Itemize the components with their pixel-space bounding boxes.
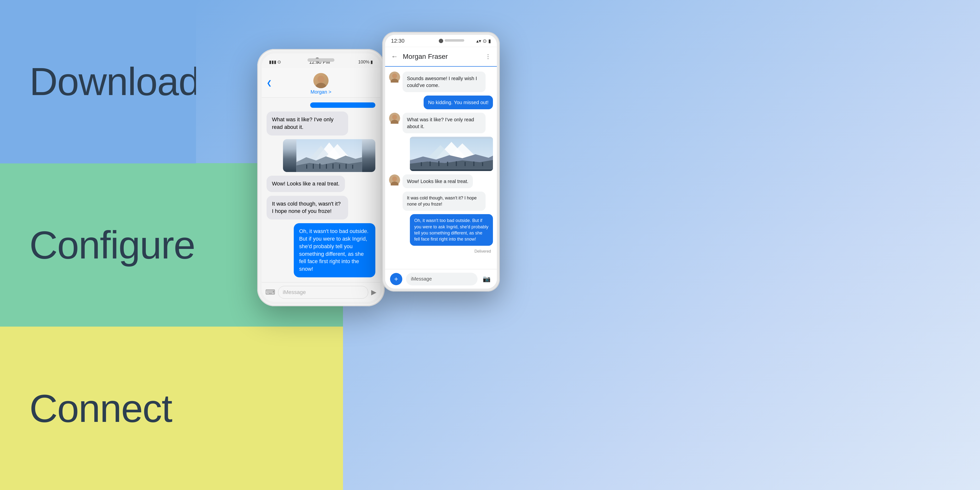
phones-container: ▮▮▮ ⊙ 12:30 PM 100% ▮ [196, 0, 980, 490]
download-label: Download [29, 59, 200, 104]
svg-point-18 [391, 79, 399, 83]
android-msg-row-4: It was cold though, wasn't it? I hope no… [389, 192, 493, 211]
android-avatar-2 [389, 113, 400, 124]
android-menu-icon[interactable]: ⋮ [485, 53, 491, 60]
configure-label: Configure [29, 223, 195, 267]
iphone-messages-area: What was it like? I've only read about i… [262, 97, 380, 282]
android-compose-plus-button[interactable]: + [390, 273, 402, 285]
android-wifi-icon: ⊙ [483, 38, 487, 44]
iphone-screen-container: ▮▮▮ ⊙ 12:30 PM 100% ▮ [262, 53, 380, 302]
android-screen: 12:30 ▴▾ ⊙ ▮ ← Morgan Fraser ⋮ [385, 35, 497, 289]
android-msg-row-3: Wow! Looks like a real treat. [389, 175, 493, 188]
svg-rect-31 [447, 162, 448, 166]
android-time: 12:30 [391, 38, 404, 44]
iphone-status-icons-left: ▮▮▮ ⊙ [269, 59, 281, 65]
page-layout: Download Configure Connect [0, 0, 980, 490]
android-screen-container: 12:30 ▴▾ ⊙ ▮ ← Morgan Fraser ⋮ [385, 35, 497, 289]
battery-icon: ▮ [371, 59, 373, 65]
svg-rect-28 [421, 162, 422, 166]
android-msg-image [410, 137, 493, 171]
iphone-contact-avatar [313, 73, 329, 88]
android-avatar-3 [389, 175, 400, 186]
svg-rect-10 [313, 164, 313, 169]
android-compose-field[interactable]: iMessage [406, 273, 477, 285]
android-messages-area: Sounds awesome! I really wish I could've… [385, 67, 497, 269]
android-msg-outgoing-2: Oh, it wasn't too bad outside. But if yo… [410, 214, 493, 246]
iphone-msg-incoming-3: It was cold though, wasn't it? I hope no… [267, 196, 348, 220]
android-msg-incoming-1: Sounds awesome! I really wish I could've… [402, 72, 485, 92]
svg-point-37 [391, 181, 399, 186]
android-nav-bar: ← Morgan Fraser ⋮ [385, 47, 497, 67]
android-compose-placeholder: iMessage [411, 276, 432, 282]
android-msg-incoming-2: What was it like? I've only read about i… [402, 113, 485, 133]
imessage-bar: ⌨ iMessage ▶ [262, 282, 380, 302]
imessage-placeholder: iMessage [283, 289, 306, 296]
iphone-msg-outgoing-bar [310, 102, 375, 108]
iphone-mockup: ▮▮▮ ⊙ 12:30 PM 100% ▮ [257, 49, 385, 306]
android-battery-icon: ▮ [488, 38, 491, 44]
svg-rect-11 [319, 164, 320, 169]
iphone-status-icons-right: 100% ▮ [358, 59, 373, 65]
android-signal-icon: ▴▾ [476, 38, 481, 44]
plus-icon: + [394, 275, 398, 283]
battery-label: 100% [358, 59, 369, 65]
android-camera-dot [439, 39, 443, 43]
iphone-msg-outgoing-1: Oh, it wasn't too bad outside. But if yo… [294, 223, 375, 277]
android-msg-row-1: Sounds awesome! I really wish I could've… [389, 72, 493, 92]
android-msg-outgoing-1: No kidding. You missed out! [423, 95, 493, 109]
iphone-msg-incoming-1: What was it like? I've only read about i… [267, 111, 348, 135]
iphone-screen: ▮▮▮ ⊙ 12:30 PM 100% ▮ [262, 53, 380, 302]
attach-icon: 📷 [483, 275, 490, 283]
svg-rect-14 [339, 164, 340, 169]
android-avatar-1 [389, 72, 400, 83]
svg-point-19 [392, 115, 397, 119]
iphone-nav-area: ❮ Morgan > [262, 68, 380, 97]
svg-rect-16 [352, 165, 353, 169]
android-msg-row-2: What was it like? I've only read about i… [389, 113, 493, 133]
android-msg-incoming-4: It was cold though, wasn't it? I hope no… [402, 192, 485, 211]
android-mockup: 12:30 ▴▾ ⊙ ▮ ← Morgan Fraser ⋮ [382, 32, 500, 291]
android-bottom-bar: + iMessage 📷 [385, 269, 497, 289]
svg-rect-15 [345, 164, 347, 169]
svg-rect-34 [473, 161, 474, 166]
iphone-contact-info: Morgan > [310, 73, 331, 95]
svg-rect-35 [482, 162, 483, 166]
section-configure: Configure [0, 164, 196, 327]
iphone-msg-incoming-2: Wow! Looks like a real treat. [267, 176, 345, 192]
iphone-contact-name[interactable]: Morgan > [310, 89, 331, 95]
svg-point-1 [315, 83, 326, 88]
android-msg-incoming-3: Wow! Looks like a real treat. [402, 175, 473, 188]
iphone-back-button[interactable]: ❮ [267, 79, 272, 86]
svg-point-20 [391, 120, 399, 124]
svg-rect-32 [456, 161, 457, 166]
svg-rect-33 [465, 162, 466, 166]
svg-point-17 [392, 73, 397, 78]
svg-rect-12 [326, 164, 327, 169]
signal-icon: ▮▮▮ [269, 59, 276, 65]
iphone-speaker [307, 58, 334, 62]
svg-point-0 [318, 76, 325, 83]
svg-rect-13 [332, 164, 333, 169]
android-delivered-label: Delivered [389, 249, 491, 254]
android-contact-name: Morgan Fraser [403, 52, 480, 60]
section-download: Download [0, 0, 196, 164]
iphone-msg-image [283, 139, 375, 172]
android-compose-attach-button[interactable]: 📷 [481, 274, 492, 285]
svg-rect-29 [430, 161, 431, 166]
imessage-apps-icon[interactable]: ⌨ [265, 288, 275, 296]
left-panel: Download Configure Connect [0, 0, 196, 490]
svg-point-36 [392, 177, 397, 181]
android-back-icon[interactable]: ← [391, 52, 398, 60]
imessage-input[interactable]: iMessage [278, 286, 368, 299]
svg-rect-9 [306, 165, 307, 169]
android-status-icons: ▴▾ ⊙ ▮ [476, 38, 491, 44]
svg-rect-30 [438, 161, 439, 166]
section-connect: Connect [0, 326, 196, 490]
android-speaker [445, 39, 464, 41]
connect-label: Connect [29, 386, 172, 431]
back-chevron-icon: ❮ [267, 79, 272, 86]
wifi-icon: ⊙ [277, 59, 281, 65]
right-panel: ▮▮▮ ⊙ 12:30 PM 100% ▮ [196, 0, 980, 490]
imessage-camera-icon[interactable]: ▶ [371, 288, 377, 296]
